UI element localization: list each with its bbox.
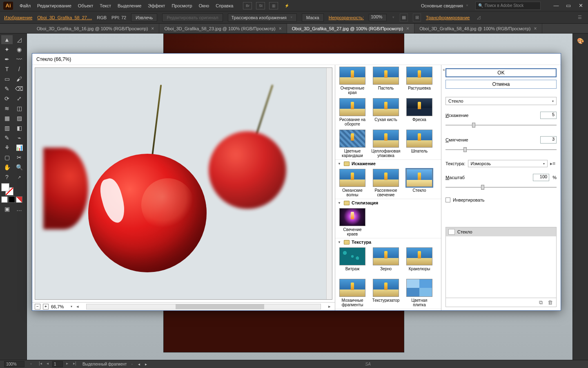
menu-справка[interactable]: Справка bbox=[216, 3, 233, 8]
filter-thumb[interactable]: Рисование на обороте bbox=[338, 98, 367, 126]
invert-checkbox[interactable]: Инвертировать bbox=[445, 197, 557, 202]
status-segment[interactable]: Выделенный фрагмент bbox=[82, 362, 127, 366]
filter-thumb[interactable]: Очерченные края bbox=[338, 67, 367, 95]
filter-thumb[interactable]: Сухая кисть bbox=[371, 98, 401, 126]
filter-thumb[interactable]: Пастель bbox=[371, 67, 401, 95]
zoom-in-button[interactable]: + bbox=[43, 304, 49, 310]
align-icon[interactable]: ▦ bbox=[400, 13, 408, 22]
draw-behind-icon[interactable] bbox=[9, 196, 15, 203]
filter-thumb[interactable]: Океанские волны bbox=[338, 169, 367, 197]
param-scale-input[interactable]: 100 bbox=[533, 174, 549, 181]
filter-thumb[interactable]: Целлофановая упаковка bbox=[371, 130, 401, 158]
next-artboard-button[interactable]: ▸ bbox=[65, 361, 70, 367]
zoom-out-button[interactable]: − bbox=[35, 304, 40, 310]
filter-thumb[interactable]: Мозаичные фрагменты bbox=[338, 279, 367, 307]
filter-thumb[interactable]: Стекло bbox=[405, 169, 434, 197]
param-distortion-input[interactable]: 5 bbox=[540, 112, 557, 119]
filter-group-header[interactable]: ▼Искажение bbox=[335, 159, 441, 167]
status-scroll-left[interactable]: ◂ bbox=[138, 362, 140, 366]
perspective-tool[interactable]: ▨ bbox=[13, 114, 25, 123]
brush-tool[interactable]: 🖌 bbox=[13, 74, 25, 83]
menu-редактирование[interactable]: Редактирование bbox=[37, 3, 71, 8]
stock-icon[interactable]: St bbox=[256, 2, 265, 9]
param-scale-slider[interactable] bbox=[445, 186, 557, 188]
mesh-tool[interactable]: ▥ bbox=[1, 123, 13, 132]
type-tool[interactable]: T bbox=[1, 65, 13, 74]
ok-button[interactable]: OK bbox=[445, 68, 557, 77]
visibility-toggle-icon[interactable] bbox=[448, 229, 455, 235]
distribute-icon[interactable]: ⊞ bbox=[413, 13, 421, 22]
draw-normal-icon[interactable] bbox=[1, 196, 8, 203]
filter-group-header[interactable]: ▼Текстура bbox=[335, 238, 441, 246]
document-tab[interactable]: Oboi_3D_Grafika_58_23.jpg @ 100% (RGB/Пр… bbox=[159, 24, 287, 33]
edit-toolbar-button[interactable]: … bbox=[13, 204, 25, 213]
filter-thumb[interactable]: Фреска bbox=[405, 98, 434, 126]
direct-selection-tool[interactable]: ◿ bbox=[13, 35, 25, 44]
opacity-input[interactable]: 100% bbox=[369, 14, 387, 21]
tab-close-icon[interactable]: × bbox=[151, 26, 154, 31]
chevron-down-icon[interactable]: ▼ bbox=[29, 362, 33, 366]
scroll-right-button[interactable]: ▸ bbox=[327, 304, 332, 309]
cb-filename[interactable]: Oboi_3D_Grafika_58_27.... bbox=[37, 15, 92, 20]
line-tool[interactable]: / bbox=[13, 65, 25, 74]
curvature-tool[interactable]: 〰 bbox=[13, 55, 25, 64]
filter-thumb[interactable]: Цветная плитка bbox=[405, 279, 434, 307]
current-filter-dropdown[interactable]: Стекло ▾ bbox=[445, 97, 557, 105]
filter-thumb[interactable]: Рассеянное свечение bbox=[371, 169, 401, 197]
scroll-left-button[interactable]: ◂ bbox=[75, 304, 80, 309]
workspace-switcher[interactable]: Основные сведения ▼ bbox=[421, 3, 469, 8]
applied-filter-row[interactable]: Стекло bbox=[446, 227, 556, 236]
new-effect-layer-icon[interactable]: ⧉ bbox=[539, 299, 543, 306]
cancel-button[interactable]: Отмена bbox=[445, 80, 557, 89]
param-distortion-slider[interactable] bbox=[445, 124, 557, 126]
tab-close-icon[interactable]: × bbox=[406, 26, 409, 31]
width-tool[interactable]: ≋ bbox=[1, 104, 13, 113]
filter-thumb[interactable]: Цветные карандаши bbox=[338, 130, 367, 158]
tab-close-icon[interactable]: × bbox=[279, 26, 282, 31]
symbol-sprayer-tool[interactable]: ⚘ bbox=[1, 143, 13, 152]
delete-effect-icon[interactable]: 🗑 bbox=[548, 299, 553, 305]
menu-объект[interactable]: Объект bbox=[78, 3, 93, 8]
filter-thumb[interactable]: Витраж bbox=[338, 247, 367, 276]
graph-tool[interactable]: 📊 bbox=[13, 143, 25, 152]
filter-list-scroll[interactable]: Очерченные краяПастельРастушевкаРисовани… bbox=[335, 65, 441, 310]
image-trace-dropdown[interactable]: Трассировка изображения ▼ bbox=[228, 13, 297, 22]
extract-button[interactable]: Извлечь bbox=[131, 13, 157, 22]
edit-original-button[interactable]: Редактировать оригинал bbox=[162, 13, 223, 22]
filter-group-header[interactable]: ▶Штрихи bbox=[335, 309, 441, 310]
bridge-icon[interactable]: Br bbox=[243, 2, 252, 9]
rotate-tool[interactable]: ⟳ bbox=[1, 94, 13, 103]
filter-thumb[interactable]: Кракелюры bbox=[405, 247, 434, 276]
arrange-icon[interactable]: ▥ bbox=[269, 2, 278, 9]
menu-выделение[interactable]: Выделение bbox=[118, 3, 141, 8]
param-smoothing-input[interactable]: 3 bbox=[540, 136, 557, 144]
prev-artboard-button[interactable]: ◂ bbox=[45, 361, 51, 367]
preview-image[interactable] bbox=[35, 67, 332, 300]
stock-search-input[interactable]: 🔍 Поиск в Adobe Stock bbox=[475, 2, 541, 10]
blend-tool[interactable]: ⌁ bbox=[13, 133, 25, 142]
param-texture-dropdown[interactable]: Изморозь ▾ bbox=[468, 160, 548, 167]
collapse-settings-icon[interactable]: « bbox=[441, 67, 447, 72]
cb-image-label[interactable]: Изображение bbox=[4, 15, 32, 20]
preview-zoom-dropdown[interactable]: 66,7% ▾ bbox=[51, 304, 72, 309]
artboard-number-input[interactable]: 1 bbox=[52, 361, 63, 367]
status-zoom[interactable]: 100% bbox=[4, 361, 24, 367]
free-transform-tool[interactable]: ◫ bbox=[13, 104, 25, 113]
filter-thumb[interactable]: Зерно bbox=[371, 247, 401, 276]
color-panel-icon[interactable]: 🎨 bbox=[576, 37, 585, 45]
tab-close-icon[interactable]: × bbox=[534, 26, 537, 31]
last-artboard-button[interactable]: ▸| bbox=[72, 361, 78, 367]
shaper-tool[interactable]: ✎ bbox=[1, 84, 13, 93]
status-scroll-right[interactable]: ▸ bbox=[145, 362, 147, 366]
selection-tool[interactable]: ▲ bbox=[1, 35, 13, 44]
filter-thumb[interactable]: Свечение краев bbox=[338, 208, 367, 236]
filter-thumb[interactable]: Текстуризатор bbox=[371, 279, 401, 307]
gradient-tool[interactable]: ◧ bbox=[13, 123, 25, 132]
eyedropper-tool[interactable]: ✎ bbox=[1, 133, 13, 142]
magic-wand-tool[interactable]: ✦ bbox=[1, 45, 13, 54]
chevron-right-icon[interactable]: ▸ bbox=[131, 362, 133, 366]
close-button[interactable]: ✕ bbox=[577, 2, 585, 9]
slice-tool[interactable]: ✂ bbox=[13, 153, 25, 162]
gpu-icon[interactable]: ⚡ bbox=[282, 2, 291, 9]
transform-label[interactable]: Трансформирование bbox=[426, 15, 470, 20]
